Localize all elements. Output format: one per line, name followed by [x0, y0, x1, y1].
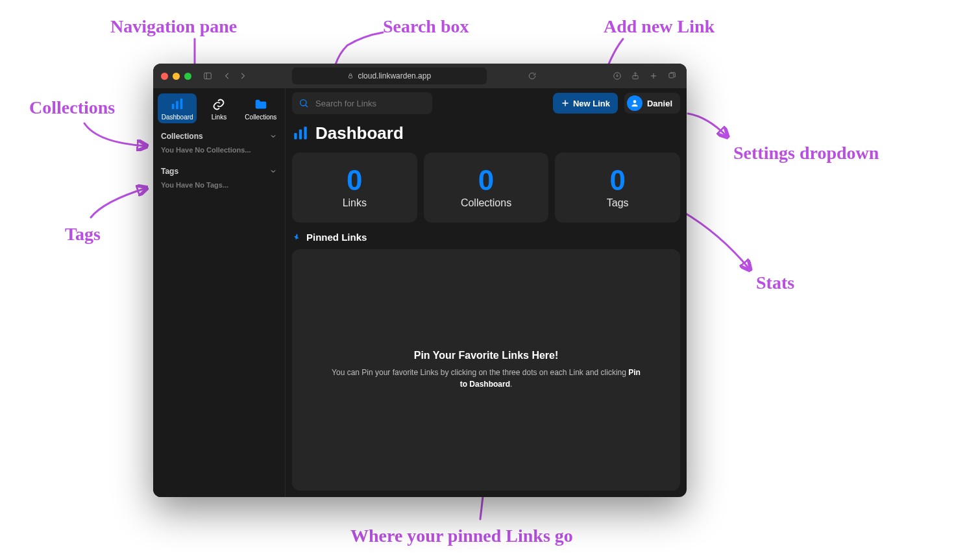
pinned-empty-body: You can Pin your favorite Links by click…: [331, 367, 641, 390]
stat-card-tags: 0 Tags: [555, 152, 680, 223]
plus-icon: [649, 71, 658, 80]
new-tab-button[interactable]: [646, 69, 661, 83]
annotation-stats: Stats: [756, 273, 794, 293]
chevron-left-icon: [223, 71, 232, 80]
svg-rect-7: [176, 101, 178, 110]
annotation-collections: Collections: [29, 97, 115, 118]
stat-value: 0: [347, 166, 362, 195]
window-zoom-button[interactable]: [184, 73, 191, 80]
sidebar-tab-links[interactable]: Links: [199, 93, 238, 123]
plus-icon: [561, 99, 570, 108]
downloads-button[interactable]: [610, 69, 624, 83]
annotation-nav: Navigation pane: [110, 16, 237, 37]
sidebar-tab-label: Collections: [245, 114, 276, 121]
link-icon: [212, 97, 226, 112]
share-icon: [631, 71, 640, 80]
lock-icon: [347, 73, 354, 79]
pinned-empty-heading: Pin Your Favorite Links Here!: [414, 350, 559, 361]
annotation-settings: Settings dropdown: [733, 143, 879, 164]
sidebar: Dashboard Links Collections Collections: [153, 88, 286, 497]
stat-label: Tags: [607, 197, 629, 209]
new-link-button[interactable]: New Link: [553, 93, 618, 114]
stat-card-links: 0 Links: [292, 152, 417, 223]
svg-point-9: [300, 100, 306, 106]
avatar: [627, 95, 642, 111]
svg-rect-6: [172, 104, 175, 109]
pinned-title: Pinned Links: [306, 232, 367, 243]
chart-bars-icon: [170, 97, 184, 112]
svg-rect-13: [299, 129, 302, 139]
main-content: New Link Daniel Dashboard 0: [286, 88, 687, 497]
chevron-down-icon: [269, 167, 277, 175]
pin-icon: [292, 233, 301, 242]
app-body: Dashboard Links Collections Collections: [153, 88, 687, 497]
sidebar-tab-collections[interactable]: Collections: [241, 93, 280, 123]
sidebar-tab-label: Links: [212, 114, 226, 121]
chevron-down-icon: [269, 132, 277, 140]
sidebar-collections-empty: You Have No Collections...: [161, 141, 277, 154]
browser-titlebar: cloud.linkwarden.app: [153, 64, 687, 88]
browser-window: cloud.linkwarden.app Dashboard: [153, 64, 687, 497]
url-text: cloud.linkwarden.app: [358, 71, 431, 80]
stat-value: 0: [609, 166, 625, 195]
svg-line-10: [306, 105, 308, 107]
annotation-pinned: Where your pinned Links go: [350, 526, 573, 546]
stats-row: 0 Links 0 Collections 0 Tags: [292, 152, 680, 223]
user-name: Daniel: [647, 99, 672, 108]
sidebar-tags-empty: You Have No Tags...: [161, 176, 277, 189]
user-icon: [630, 99, 639, 108]
svg-rect-12: [294, 132, 297, 139]
stat-value: 0: [478, 166, 494, 195]
sidebar-collections-header: Collections: [161, 132, 203, 141]
search-input[interactable]: [314, 98, 426, 109]
sidebar-tags-toggle[interactable]: Tags: [161, 167, 277, 176]
pinned-empty-state: Pin Your Favorite Links Here! You can Pi…: [292, 249, 680, 491]
pinned-section: Pinned Links Pin Your Favorite Links Her…: [292, 232, 680, 491]
sidebar-toggle-button[interactable]: [201, 69, 215, 83]
svg-rect-2: [349, 76, 352, 79]
nav-forward-button[interactable]: [236, 69, 250, 83]
svg-rect-0: [204, 73, 212, 79]
chart-bars-icon: [292, 125, 309, 142]
window-controls[interactable]: [161, 73, 191, 80]
svg-rect-14: [304, 127, 306, 140]
chevron-right-icon: [238, 71, 247, 80]
sidebar-nav: Dashboard Links Collections: [156, 92, 282, 125]
annotation-search: Search box: [383, 16, 469, 37]
reload-icon: [528, 71, 537, 80]
share-button[interactable]: [628, 69, 642, 83]
tabs-overview-button[interactable]: [665, 69, 679, 83]
search-box[interactable]: [292, 92, 432, 114]
topbar: New Link Daniel: [292, 92, 680, 114]
tabs-icon: [667, 71, 676, 80]
window-minimize-button[interactable]: [173, 73, 180, 80]
sidebar-collections-section: Collections You Have No Collections...: [156, 128, 282, 160]
download-icon: [613, 71, 622, 80]
sidebar-tab-label: Dashboard: [162, 114, 193, 121]
pinned-header: Pinned Links: [292, 232, 680, 243]
stat-card-collections: 0 Collections: [424, 152, 549, 223]
page-title: Dashboard: [292, 123, 680, 143]
folder-icon: [254, 97, 268, 112]
annotation-newlink: Add new Link: [604, 16, 715, 37]
stat-label: Collections: [461, 197, 511, 209]
svg-point-11: [633, 100, 637, 103]
window-close-button[interactable]: [161, 73, 168, 80]
sidebar-tab-dashboard[interactable]: Dashboard: [158, 93, 197, 123]
sidebar-toggle-icon: [203, 71, 212, 80]
sidebar-tags-section: Tags You Have No Tags...: [156, 164, 282, 195]
sidebar-collections-toggle[interactable]: Collections: [161, 132, 277, 141]
nav-back-button[interactable]: [220, 69, 234, 83]
svg-rect-5: [669, 73, 674, 78]
page-title-text: Dashboard: [315, 123, 404, 143]
new-link-label: New Link: [573, 99, 610, 108]
reload-button[interactable]: [525, 69, 539, 83]
annotation-tags: Tags: [65, 224, 101, 245]
sidebar-tags-header: Tags: [161, 167, 178, 176]
svg-rect-8: [180, 99, 183, 110]
url-bar[interactable]: cloud.linkwarden.app: [292, 67, 487, 84]
search-icon: [299, 98, 309, 108]
user-menu-button[interactable]: Daniel: [624, 93, 680, 114]
stat-label: Links: [343, 197, 367, 209]
